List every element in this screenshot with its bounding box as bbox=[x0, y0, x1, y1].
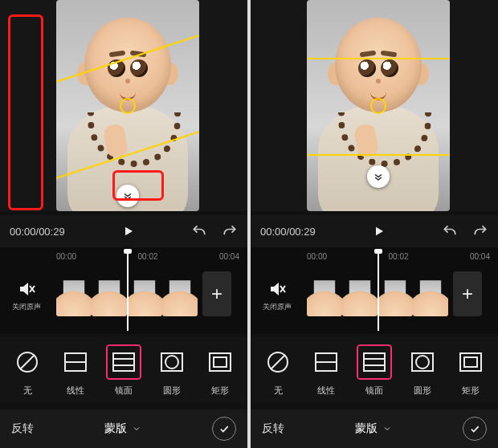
clip-thumbnail[interactable] bbox=[378, 271, 413, 316]
svg-rect-12 bbox=[214, 357, 227, 367]
play-button[interactable] bbox=[367, 220, 390, 242]
time-ruler: 00:0000:0200:04 bbox=[307, 252, 490, 263]
mask-option-rect[interactable]: 矩形 bbox=[199, 344, 241, 397]
ruler-tick: 00:04 bbox=[219, 252, 239, 263]
chevron-down-icon bbox=[382, 424, 392, 434]
mask-option-label: 线性 bbox=[55, 385, 96, 397]
mask-type-row: 无 线性 镜面 圆形 矩形 bbox=[251, 337, 498, 403]
speaker-muted-icon bbox=[267, 279, 287, 299]
time-ruler: 00:0000:0200:04 bbox=[56, 252, 239, 263]
ruler-tick: 00:04 bbox=[470, 252, 490, 263]
clip-thumbnail[interactable] bbox=[413, 271, 448, 316]
playhead[interactable] bbox=[378, 250, 379, 331]
ruler-tick: 00:00 bbox=[307, 252, 327, 263]
play-button[interactable] bbox=[116, 220, 139, 242]
playhead[interactable] bbox=[127, 250, 129, 331]
timeline[interactable]: 00:0000:0200:04 关闭原声 bbox=[0, 247, 247, 334]
bottom-bar: 反转 蒙版 bbox=[0, 409, 247, 448]
svg-rect-24 bbox=[460, 353, 481, 371]
editor-panel: 00:00/00:29 00:0000:0200:04 关闭原声 bbox=[0, 0, 247, 448]
transport-bar: 00:00/00:29 bbox=[251, 215, 498, 247]
mask-option-icon-linear bbox=[58, 344, 93, 380]
clip-thumbnail[interactable] bbox=[127, 271, 162, 316]
preview-area[interactable] bbox=[251, 0, 498, 211]
chevron-down-icon bbox=[132, 424, 141, 434]
clip-strip[interactable]: + bbox=[307, 271, 482, 316]
mask-expand-handle[interactable] bbox=[367, 165, 390, 188]
confirm-button[interactable] bbox=[212, 417, 236, 441]
mask-option-circle[interactable]: 圆形 bbox=[402, 344, 443, 397]
mask-option-label: 圆形 bbox=[402, 385, 443, 397]
svg-line-3 bbox=[20, 355, 35, 369]
mask-option-label: 镜面 bbox=[103, 385, 145, 397]
mask-option-mirror[interactable]: 镜面 bbox=[103, 344, 145, 397]
svg-point-10 bbox=[165, 356, 178, 369]
ruler-tick: 00:02 bbox=[388, 252, 408, 263]
mute-original-audio[interactable]: 关闭原声 bbox=[257, 279, 297, 312]
timecode: 00:00/00:29 bbox=[260, 226, 316, 238]
mask-expand-handle[interactable] bbox=[116, 185, 139, 207]
confirm-button[interactable] bbox=[463, 417, 487, 441]
mask-option-icon-mirror bbox=[357, 344, 392, 380]
mask-option-label: 无 bbox=[257, 385, 299, 397]
svg-line-16 bbox=[271, 355, 285, 369]
ruler-tick: 00:00 bbox=[56, 252, 76, 263]
speaker-muted-icon bbox=[17, 279, 36, 299]
clip-strip[interactable]: + bbox=[56, 271, 231, 316]
annotation-sidebar-box bbox=[8, 14, 43, 210]
mask-option-icon-mirror bbox=[106, 344, 141, 380]
mask-option-icon-circle bbox=[405, 344, 440, 380]
redo-button[interactable] bbox=[222, 223, 238, 239]
undo-button[interactable] bbox=[191, 223, 207, 239]
video-frame bbox=[307, 0, 450, 211]
clip-thumbnail[interactable] bbox=[56, 271, 92, 316]
clip-thumbnail[interactable] bbox=[307, 271, 342, 316]
panel-title: 蒙版 bbox=[355, 422, 392, 436]
clip-thumbnail[interactable] bbox=[342, 271, 378, 316]
mask-option-circle[interactable]: 圆形 bbox=[151, 344, 193, 397]
timeline[interactable]: 00:0000:0200:04 关闭原声 bbox=[251, 247, 498, 334]
mask-option-icon-circle bbox=[154, 344, 190, 380]
add-clip-button[interactable]: + bbox=[202, 271, 231, 316]
bottom-bar: 反转 蒙版 bbox=[251, 409, 498, 448]
svg-rect-19 bbox=[364, 353, 385, 371]
transport-bar: 00:00/00:29 bbox=[0, 215, 247, 247]
mask-option-label: 圆形 bbox=[151, 385, 193, 397]
mask-option-icon-none bbox=[10, 344, 45, 380]
mask-type-row: 无 线性 镜面 圆形 矩形 bbox=[0, 337, 247, 403]
add-clip-button[interactable]: + bbox=[453, 271, 482, 316]
mask-option-label: 线性 bbox=[305, 385, 347, 397]
svg-rect-6 bbox=[113, 353, 134, 371]
preview-area[interactable] bbox=[0, 0, 247, 211]
mask-option-linear[interactable]: 线性 bbox=[55, 344, 96, 397]
panel-title: 蒙版 bbox=[104, 422, 141, 436]
mask-option-icon-linear bbox=[308, 344, 344, 380]
svg-rect-25 bbox=[464, 357, 477, 367]
svg-point-23 bbox=[416, 356, 429, 369]
redo-button[interactable] bbox=[472, 223, 488, 239]
mask-option-linear[interactable]: 线性 bbox=[305, 344, 347, 397]
mute-label: 关闭原声 bbox=[257, 302, 297, 312]
video-frame bbox=[56, 0, 199, 211]
mask-option-label: 矩形 bbox=[450, 385, 492, 397]
clip-thumbnail[interactable] bbox=[162, 271, 198, 316]
mute-original-audio[interactable]: 关闭原声 bbox=[6, 279, 47, 312]
mask-option-rect[interactable]: 矩形 bbox=[450, 344, 492, 397]
mask-option-label: 镜面 bbox=[353, 385, 395, 397]
mute-label: 关闭原声 bbox=[6, 302, 47, 312]
ruler-tick: 00:02 bbox=[137, 252, 157, 263]
timecode: 00:00/00:29 bbox=[10, 226, 65, 238]
mask-option-label: 无 bbox=[6, 385, 48, 397]
undo-button[interactable] bbox=[442, 223, 458, 239]
mask-option-icon-rect bbox=[202, 344, 238, 380]
svg-rect-11 bbox=[210, 353, 231, 371]
mask-option-icon-none bbox=[260, 344, 296, 380]
clip-thumbnail[interactable] bbox=[92, 271, 127, 316]
invert-mask-button[interactable]: 反转 bbox=[11, 422, 34, 436]
mask-option-none[interactable]: 无 bbox=[257, 344, 299, 397]
invert-mask-button[interactable]: 反转 bbox=[262, 422, 284, 436]
mask-option-none[interactable]: 无 bbox=[6, 344, 48, 397]
editor-panel: 00:00/00:29 00:0000:0200:04 关闭原声 bbox=[251, 0, 498, 448]
mask-option-mirror[interactable]: 镜面 bbox=[353, 344, 395, 397]
mask-option-icon-rect bbox=[453, 344, 488, 380]
